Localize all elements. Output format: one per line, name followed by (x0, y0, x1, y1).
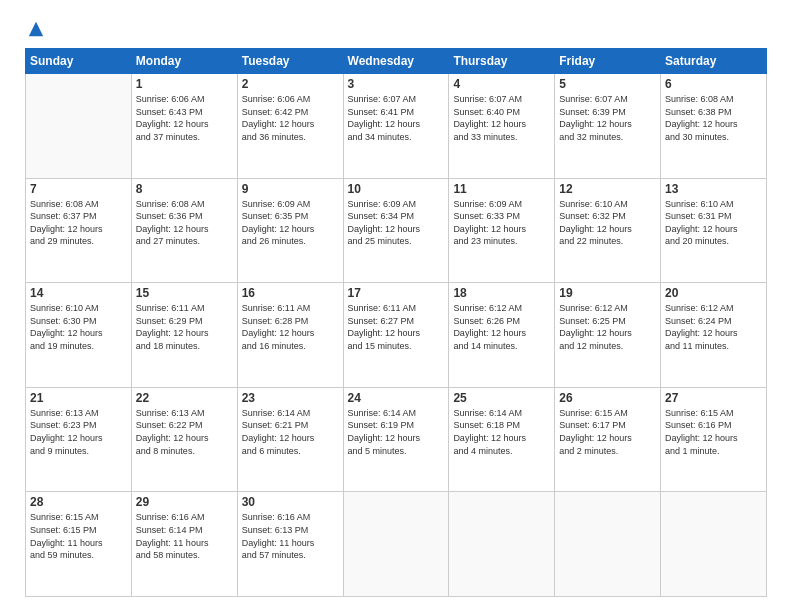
day-info: Sunrise: 6:11 AM Sunset: 6:28 PM Dayligh… (242, 302, 339, 352)
day-number: 26 (559, 391, 656, 405)
day-number: 15 (136, 286, 233, 300)
day-info: Sunrise: 6:13 AM Sunset: 6:22 PM Dayligh… (136, 407, 233, 457)
day-info: Sunrise: 6:15 AM Sunset: 6:16 PM Dayligh… (665, 407, 762, 457)
weekday-header-row: SundayMondayTuesdayWednesdayThursdayFrid… (26, 49, 767, 74)
day-number: 7 (30, 182, 127, 196)
day-info: Sunrise: 6:14 AM Sunset: 6:18 PM Dayligh… (453, 407, 550, 457)
page: SundayMondayTuesdayWednesdayThursdayFrid… (0, 0, 792, 612)
day-number: 21 (30, 391, 127, 405)
day-number: 25 (453, 391, 550, 405)
calendar-cell: 18Sunrise: 6:12 AM Sunset: 6:26 PM Dayli… (449, 283, 555, 388)
calendar-week-5: 28Sunrise: 6:15 AM Sunset: 6:15 PM Dayli… (26, 492, 767, 597)
day-number: 30 (242, 495, 339, 509)
calendar-week-4: 21Sunrise: 6:13 AM Sunset: 6:23 PM Dayli… (26, 387, 767, 492)
weekday-header-friday: Friday (555, 49, 661, 74)
day-number: 23 (242, 391, 339, 405)
day-number: 28 (30, 495, 127, 509)
day-number: 2 (242, 77, 339, 91)
calendar-cell: 15Sunrise: 6:11 AM Sunset: 6:29 PM Dayli… (131, 283, 237, 388)
calendar-week-1: 1Sunrise: 6:06 AM Sunset: 6:43 PM Daylig… (26, 74, 767, 179)
day-info: Sunrise: 6:09 AM Sunset: 6:33 PM Dayligh… (453, 198, 550, 248)
day-info: Sunrise: 6:08 AM Sunset: 6:37 PM Dayligh… (30, 198, 127, 248)
day-info: Sunrise: 6:10 AM Sunset: 6:31 PM Dayligh… (665, 198, 762, 248)
calendar-cell: 6Sunrise: 6:08 AM Sunset: 6:38 PM Daylig… (661, 74, 767, 179)
calendar-cell (343, 492, 449, 597)
day-info: Sunrise: 6:14 AM Sunset: 6:19 PM Dayligh… (348, 407, 445, 457)
day-info: Sunrise: 6:16 AM Sunset: 6:14 PM Dayligh… (136, 511, 233, 561)
svg-marker-0 (29, 22, 43, 36)
weekday-header-sunday: Sunday (26, 49, 132, 74)
calendar-cell: 28Sunrise: 6:15 AM Sunset: 6:15 PM Dayli… (26, 492, 132, 597)
day-info: Sunrise: 6:07 AM Sunset: 6:40 PM Dayligh… (453, 93, 550, 143)
day-number: 19 (559, 286, 656, 300)
day-number: 17 (348, 286, 445, 300)
day-info: Sunrise: 6:06 AM Sunset: 6:42 PM Dayligh… (242, 93, 339, 143)
day-number: 24 (348, 391, 445, 405)
calendar-cell: 2Sunrise: 6:06 AM Sunset: 6:42 PM Daylig… (237, 74, 343, 179)
calendar-cell: 19Sunrise: 6:12 AM Sunset: 6:25 PM Dayli… (555, 283, 661, 388)
day-info: Sunrise: 6:15 AM Sunset: 6:15 PM Dayligh… (30, 511, 127, 561)
day-info: Sunrise: 6:11 AM Sunset: 6:27 PM Dayligh… (348, 302, 445, 352)
calendar-cell: 12Sunrise: 6:10 AM Sunset: 6:32 PM Dayli… (555, 178, 661, 283)
day-info: Sunrise: 6:09 AM Sunset: 6:34 PM Dayligh… (348, 198, 445, 248)
day-info: Sunrise: 6:12 AM Sunset: 6:25 PM Dayligh… (559, 302, 656, 352)
day-number: 29 (136, 495, 233, 509)
day-number: 13 (665, 182, 762, 196)
calendar-cell: 14Sunrise: 6:10 AM Sunset: 6:30 PM Dayli… (26, 283, 132, 388)
calendar-cell (449, 492, 555, 597)
logo-icon (27, 20, 45, 38)
day-number: 12 (559, 182, 656, 196)
day-info: Sunrise: 6:06 AM Sunset: 6:43 PM Dayligh… (136, 93, 233, 143)
calendar-cell: 26Sunrise: 6:15 AM Sunset: 6:17 PM Dayli… (555, 387, 661, 492)
day-number: 9 (242, 182, 339, 196)
day-number: 16 (242, 286, 339, 300)
day-info: Sunrise: 6:16 AM Sunset: 6:13 PM Dayligh… (242, 511, 339, 561)
calendar-cell: 7Sunrise: 6:08 AM Sunset: 6:37 PM Daylig… (26, 178, 132, 283)
day-number: 10 (348, 182, 445, 196)
calendar-cell: 17Sunrise: 6:11 AM Sunset: 6:27 PM Dayli… (343, 283, 449, 388)
calendar-week-2: 7Sunrise: 6:08 AM Sunset: 6:37 PM Daylig… (26, 178, 767, 283)
day-info: Sunrise: 6:15 AM Sunset: 6:17 PM Dayligh… (559, 407, 656, 457)
calendar-cell: 3Sunrise: 6:07 AM Sunset: 6:41 PM Daylig… (343, 74, 449, 179)
day-number: 1 (136, 77, 233, 91)
day-number: 6 (665, 77, 762, 91)
day-number: 14 (30, 286, 127, 300)
day-number: 18 (453, 286, 550, 300)
calendar-cell: 25Sunrise: 6:14 AM Sunset: 6:18 PM Dayli… (449, 387, 555, 492)
calendar-cell: 8Sunrise: 6:08 AM Sunset: 6:36 PM Daylig… (131, 178, 237, 283)
calendar-cell: 23Sunrise: 6:14 AM Sunset: 6:21 PM Dayli… (237, 387, 343, 492)
weekday-header-wednesday: Wednesday (343, 49, 449, 74)
day-info: Sunrise: 6:12 AM Sunset: 6:26 PM Dayligh… (453, 302, 550, 352)
calendar-cell: 4Sunrise: 6:07 AM Sunset: 6:40 PM Daylig… (449, 74, 555, 179)
calendar-cell: 5Sunrise: 6:07 AM Sunset: 6:39 PM Daylig… (555, 74, 661, 179)
logo (25, 20, 45, 38)
calendar-cell: 30Sunrise: 6:16 AM Sunset: 6:13 PM Dayli… (237, 492, 343, 597)
day-info: Sunrise: 6:08 AM Sunset: 6:38 PM Dayligh… (665, 93, 762, 143)
day-number: 20 (665, 286, 762, 300)
calendar-cell: 1Sunrise: 6:06 AM Sunset: 6:43 PM Daylig… (131, 74, 237, 179)
calendar-cell: 11Sunrise: 6:09 AM Sunset: 6:33 PM Dayli… (449, 178, 555, 283)
calendar-cell (555, 492, 661, 597)
calendar-cell: 13Sunrise: 6:10 AM Sunset: 6:31 PM Dayli… (661, 178, 767, 283)
calendar-cell: 29Sunrise: 6:16 AM Sunset: 6:14 PM Dayli… (131, 492, 237, 597)
day-info: Sunrise: 6:10 AM Sunset: 6:32 PM Dayligh… (559, 198, 656, 248)
day-number: 27 (665, 391, 762, 405)
day-info: Sunrise: 6:12 AM Sunset: 6:24 PM Dayligh… (665, 302, 762, 352)
calendar-cell: 27Sunrise: 6:15 AM Sunset: 6:16 PM Dayli… (661, 387, 767, 492)
calendar-cell (661, 492, 767, 597)
day-number: 22 (136, 391, 233, 405)
day-number: 8 (136, 182, 233, 196)
weekday-header-monday: Monday (131, 49, 237, 74)
day-number: 3 (348, 77, 445, 91)
day-info: Sunrise: 6:14 AM Sunset: 6:21 PM Dayligh… (242, 407, 339, 457)
day-number: 4 (453, 77, 550, 91)
calendar-cell: 10Sunrise: 6:09 AM Sunset: 6:34 PM Dayli… (343, 178, 449, 283)
day-info: Sunrise: 6:08 AM Sunset: 6:36 PM Dayligh… (136, 198, 233, 248)
calendar-cell: 20Sunrise: 6:12 AM Sunset: 6:24 PM Dayli… (661, 283, 767, 388)
calendar-table: SundayMondayTuesdayWednesdayThursdayFrid… (25, 48, 767, 597)
weekday-header-thursday: Thursday (449, 49, 555, 74)
day-info: Sunrise: 6:07 AM Sunset: 6:39 PM Dayligh… (559, 93, 656, 143)
header (25, 20, 767, 38)
weekday-header-saturday: Saturday (661, 49, 767, 74)
calendar-week-3: 14Sunrise: 6:10 AM Sunset: 6:30 PM Dayli… (26, 283, 767, 388)
